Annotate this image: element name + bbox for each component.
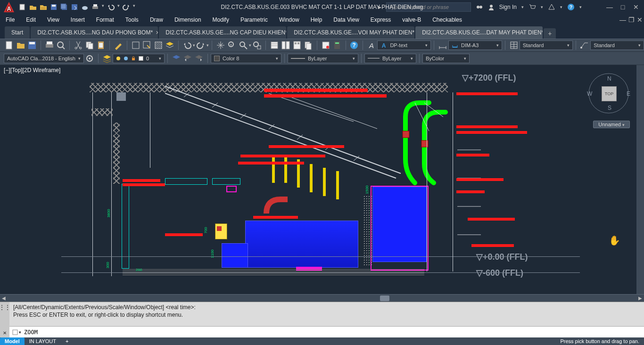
doc-minimize-icon[interactable]: — (619, 16, 627, 24)
open-folder-icon[interactable] (16, 41, 25, 50)
doc-restore-icon[interactable]: ❐ (627, 16, 636, 24)
color-dropdown[interactable]: Color 8 ▾ (211, 54, 281, 63)
layernext-icon[interactable] (194, 54, 204, 63)
menu-help[interactable]: Help (305, 14, 328, 25)
properties-icon[interactable] (270, 41, 279, 50)
menu-view[interactable]: View (41, 14, 65, 25)
toolpalettes-icon[interactable] (292, 41, 302, 50)
mleader-icon[interactable] (580, 41, 589, 50)
menu-dimension[interactable]: Dimension (169, 14, 207, 25)
tab-close-icon[interactable]: ✕ (156, 30, 158, 36)
redo-tool-drop-icon[interactable]: ▾ (206, 43, 209, 48)
command-input[interactable] (24, 329, 641, 336)
scroll-left-icon[interactable]: ◀ (0, 295, 8, 302)
table-style-dropdown[interactable]: Standard ▾ (520, 41, 573, 50)
new-icon[interactable] (19, 3, 26, 11)
cut-icon[interactable] (74, 41, 83, 50)
cart-icon[interactable] (528, 3, 536, 11)
workspace-gear-icon[interactable] (85, 54, 94, 63)
undo-icon[interactable] (107, 3, 115, 11)
doc-close-icon[interactable]: ✕ (636, 16, 644, 24)
qcalc-icon[interactable] (332, 41, 342, 50)
save-icon[interactable] (50, 3, 58, 11)
menu-window[interactable]: Window (273, 14, 305, 25)
text-icon[interactable]: A (367, 41, 376, 50)
saveas-icon[interactable] (71, 3, 78, 11)
lineweight-dropdown[interactable]: ByLayer ▾ (288, 54, 358, 63)
menu-dataview[interactable]: Data View (328, 14, 364, 25)
menu-checkables[interactable]: Checkables (427, 14, 468, 25)
layerstate-icon[interactable] (172, 54, 181, 63)
tab-doc-2[interactable]: DI2.CTC.ASB.KUS.GE....NG CAP DIEU KHIEN*… (159, 26, 286, 39)
zoom-drop-icon[interactable]: ▾ (249, 43, 251, 48)
menu-express[interactable]: Express (365, 14, 396, 25)
add-layout-button[interactable]: + (61, 337, 73, 345)
zoom-prev-icon[interactable] (252, 41, 262, 50)
designcenter-icon[interactable] (281, 41, 290, 50)
markup-icon[interactable] (321, 41, 330, 50)
table-icon[interactable] (509, 41, 519, 50)
text-style-dropdown[interactable]: A DP-text ▾ (377, 41, 431, 50)
linetype-dropdown[interactable]: ByLayer ▾ (364, 54, 416, 63)
save-disk-icon[interactable] (27, 41, 37, 50)
redo-tool-icon[interactable] (196, 41, 206, 50)
menu-modify[interactable]: Modify (207, 14, 235, 25)
sign-in-link[interactable]: Sign In (499, 4, 517, 10)
paste-icon[interactable] (96, 41, 106, 50)
tab-doc-1[interactable]: DI2.CTC.ASB.KUS....NG DAU PHONG BOM*✕ (31, 26, 158, 39)
exchange-icon[interactable] (476, 3, 483, 11)
layer-dropdown[interactable]: 0 ▾ (113, 54, 165, 63)
open2-icon[interactable] (40, 3, 47, 11)
view-state-button[interactable]: Unnamed ▾ (593, 121, 630, 128)
qat-dropdown-arrow-icon[interactable]: ▾ (102, 3, 104, 11)
signin-dropdown-icon[interactable]: ▾ (521, 5, 524, 9)
dim-style-dropdown[interactable]: DIM-A3 ▾ (448, 41, 502, 50)
workspace-dropdown[interactable]: AutoCAD Cla...2018 - English ▾ (4, 54, 84, 63)
dim-icon[interactable] (438, 41, 447, 50)
help-icon[interactable]: ? (567, 3, 575, 11)
model-tab[interactable]: Model (0, 337, 25, 345)
copy-icon[interactable] (85, 41, 94, 50)
menu-valveb[interactable]: valve-B (396, 14, 427, 25)
menu-parametric[interactable]: Parametric (235, 14, 273, 25)
tab-start[interactable]: Start (5, 26, 30, 39)
redo-dropdown-icon[interactable]: ▾ (133, 3, 135, 11)
hatch-icon[interactable] (154, 41, 163, 50)
tab-doc-4[interactable]: DI2.CTC.ASB.KUS.GE....DAT MAY PHAT DIEN*… (415, 26, 543, 39)
maximize-icon[interactable]: □ (619, 3, 627, 11)
cloud-icon[interactable] (81, 3, 89, 11)
close-icon[interactable]: ✕ (632, 3, 640, 11)
menu-tools[interactable]: Tools (120, 14, 144, 25)
undo-dropdown-icon[interactable]: ▾ (117, 3, 120, 11)
tab-doc-3[interactable]: DI2.CTC.ASB.KUS.GE....VOI MAY PHAT DIEN*… (287, 26, 414, 39)
command-window[interactable]: ⋮⋮ ✕ [All/Center/Dynamic/Extents/Previou… (0, 302, 644, 337)
saveall-icon[interactable] (60, 3, 68, 11)
undo-tool-drop-icon[interactable]: ▾ (193, 43, 195, 48)
undo-tool-icon[interactable] (182, 41, 192, 50)
plot-icon[interactable] (45, 41, 54, 50)
scroll-thumb[interactable] (380, 296, 389, 301)
vertical-scrollbar[interactable] (636, 65, 644, 294)
layerprev-icon[interactable] (183, 54, 192, 63)
horizontal-scrollbar[interactable]: ◀ ▶ (0, 294, 644, 302)
menu-insert[interactable]: Insert (65, 14, 91, 25)
match-props-icon[interactable] (114, 41, 123, 50)
scroll-right-icon[interactable]: ▶ (636, 295, 644, 302)
menu-draw[interactable]: Draw (144, 14, 169, 25)
a360-dropdown-icon[interactable]: ▾ (560, 5, 562, 9)
layer-icon[interactable] (165, 41, 174, 50)
redo-icon[interactable] (123, 3, 130, 11)
menu-file[interactable]: File (0, 14, 20, 25)
zoom-window-icon[interactable] (239, 41, 248, 50)
mleader-style-dropdown[interactable]: Standard ▾ (590, 41, 644, 50)
preview-icon[interactable] (56, 41, 66, 50)
new-tab-button[interactable]: + (544, 28, 556, 39)
open-icon[interactable] (29, 3, 37, 11)
minimize-icon[interactable]: — (605, 3, 614, 11)
cart-dropdown-icon[interactable]: ▾ (541, 5, 543, 9)
print-icon[interactable] (91, 3, 99, 11)
layer-props-icon[interactable] (102, 54, 112, 63)
command-close-icon[interactable]: ✕ (3, 330, 7, 336)
menu-format[interactable]: Format (91, 14, 120, 25)
new-doc-icon[interactable] (5, 41, 14, 50)
